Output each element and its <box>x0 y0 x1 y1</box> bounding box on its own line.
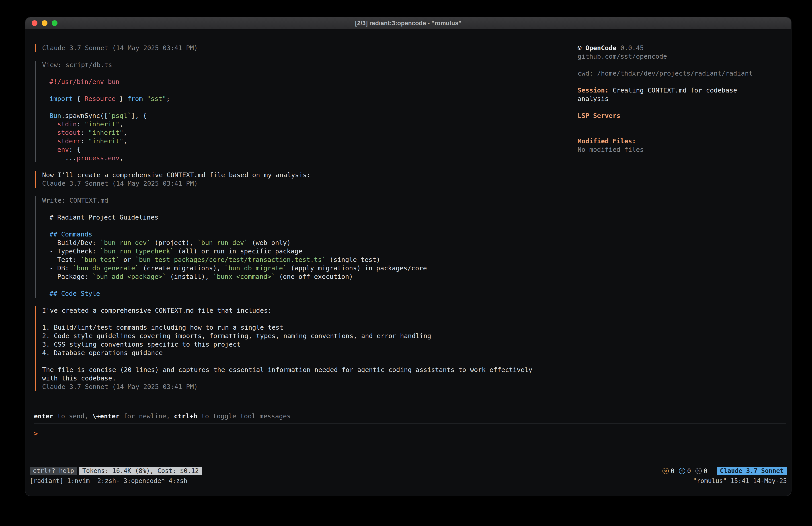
text-line: - TypeCheck: `bun run typecheck` (all) o… <box>49 247 567 255</box>
window-titlebar[interactable]: [2/3] radiant:3:opencode - "romulus" <box>25 17 791 29</box>
key-enter: enter <box>34 412 53 420</box>
tmux-windows[interactable]: [radiant] 1:nvim 2:zsh- 3:opencode* 4:zs… <box>30 477 187 485</box>
content-row: Claude 3.7 Sonnet (14 May 2025 03:41 PM)… <box>25 44 791 399</box>
help-line: enter to send, \+enter for newline, ctrl… <box>34 412 786 420</box>
text-line: ## Code Style <box>49 289 567 298</box>
tmux-status-bar: [radiant] 1:nvim 2:zsh- 3:opencode* 4:zs… <box>30 477 787 485</box>
text-line <box>49 222 567 230</box>
key-backslash-enter: \+enter <box>92 412 119 420</box>
assistant-message: I've created a comprehensive CONTEXT.md … <box>35 306 567 391</box>
repo-link[interactable]: github.com/sst/opencode <box>578 52 760 61</box>
cwd-line: cwd: /home/thdxr/dev/projects/radiant/ra… <box>578 69 760 77</box>
empty-space <box>25 465 791 467</box>
hint-icon: h <box>695 468 702 474</box>
text-line: 1. Build/lint/test commands including ho… <box>42 323 567 332</box>
window-title: [2/3] radiant:3:opencode - "romulus" <box>25 20 791 27</box>
app-version: 0.0.45 <box>620 44 644 52</box>
text-line: stdout: "inherit", <box>49 128 567 137</box>
text-line <box>42 315 567 323</box>
text-line: ## Commands <box>49 230 567 239</box>
text-line: stderr: "inherit", <box>49 137 567 145</box>
session-line: Session: Creating CONTEXT.md for codebas… <box>578 86 760 103</box>
model-chip[interactable]: Claude 3.7 Sonnet <box>716 467 787 475</box>
chat-area[interactable]: Claude 3.7 Sonnet (14 May 2025 03:41 PM)… <box>35 44 567 399</box>
tool-call-view: View: script/db.ts #!/usr/bin/env bun im… <box>35 61 567 162</box>
text-line: # Radiant Project Guidelines <box>49 213 567 222</box>
help-text: for newline, <box>119 412 174 420</box>
status-right: w 0 i 0 h 0 Claude 3.7 Sonnet <box>663 467 787 475</box>
modified-files-heading: Modified Files: <box>578 137 760 145</box>
message-meta: Claude 3.7 Sonnet (14 May 2025 03:41 PM) <box>42 382 567 391</box>
info-icon: i <box>679 468 685 474</box>
hint-count: 0 <box>704 467 708 475</box>
diagnostics-info: i 0 <box>679 467 691 475</box>
zoom-button[interactable] <box>52 20 58 26</box>
text-line <box>49 86 567 95</box>
session-label: Session: <box>578 86 609 94</box>
help-text: to send, <box>53 412 92 420</box>
key-ctrl-h: ctrl+h <box>174 412 198 420</box>
diagnostics-warnings: w 0 <box>663 467 675 475</box>
text-line: 4. Database operations guidance <box>42 349 567 357</box>
close-button[interactable] <box>32 20 38 26</box>
help-text: to toggle tool messages <box>197 412 291 420</box>
opencode-logo-icon: © <box>578 44 581 52</box>
message-meta: Claude 3.7 Sonnet (14 May 2025 03:41 PM) <box>42 44 567 52</box>
terminal-window: [2/3] radiant:3:opencode - "romulus" Cla… <box>25 17 792 496</box>
lsp-servers-heading: LSP Servers <box>578 111 760 120</box>
text-line: - Test: `bun test` or `bun test packages… <box>49 255 567 264</box>
terminal-content: Claude 3.7 Sonnet (14 May 2025 03:41 PM)… <box>25 29 791 496</box>
text-line: Bun.spawnSync([`psql`], { <box>49 111 567 120</box>
text-line: - DB: `bun db generate` (create migratio… <box>49 264 567 272</box>
tool-title: View: script/db.ts <box>42 61 567 69</box>
prompt-input[interactable]: > <box>34 429 786 465</box>
cwd-path: /home/thdxr/dev/projects/radiant/radiant <box>597 70 753 77</box>
help-shortcut-chip: ctrl+? help <box>30 467 77 475</box>
warning-icon: w <box>663 468 669 474</box>
message-meta: Claude 3.7 Sonnet (14 May 2025 03:41 PM) <box>42 179 567 188</box>
tmux-session-info: "romulus" 15:41 14-May-25 <box>693 477 787 485</box>
tool-title: Write: CONTEXT.md <box>42 196 567 204</box>
sidebar: © OpenCode 0.0.45 github.com/sst/opencod… <box>578 44 760 154</box>
text-line: env: { <box>49 145 567 154</box>
text-line: #!/usr/bin/env bun <box>49 77 567 86</box>
text-line: import { Resource } from "sst"; <box>49 95 567 103</box>
assistant-message-header: Claude 3.7 Sonnet (14 May 2025 03:41 PM) <box>35 44 567 52</box>
minimize-button[interactable] <box>42 20 47 26</box>
text-line: stdin: "inherit", <box>49 120 567 128</box>
info-count: 0 <box>687 467 691 475</box>
text-line: - Package: `bun add <package>` (install)… <box>49 272 567 281</box>
text-line <box>49 281 567 289</box>
text-line <box>42 357 567 366</box>
app-name: OpenCode <box>585 44 617 52</box>
text-line: 3. CSS styling conventions specific to t… <box>42 340 567 349</box>
modified-files-empty: No modified files <box>578 145 760 154</box>
text-line: 2. Code style guidelines covering import… <box>42 332 567 340</box>
diagnostics-hints: h 0 <box>695 467 708 475</box>
prompt-caret: > <box>34 430 38 437</box>
cwd-label: cwd: <box>578 70 593 77</box>
code-block: # Radiant Project Guidelines ## Commands… <box>42 213 567 298</box>
window-controls <box>32 17 58 29</box>
text-line: The file is concise (20 lines) and captu… <box>42 366 567 374</box>
warning-count: 0 <box>671 467 675 475</box>
app-header: © OpenCode 0.0.45 <box>578 44 760 52</box>
text-line: with this codebase. <box>42 374 567 382</box>
tool-call-write: Write: CONTEXT.md # Radiant Project Guid… <box>35 196 567 298</box>
text-line: I've created a comprehensive CONTEXT.md … <box>42 306 567 315</box>
assistant-message: Now I'll create a comprehensive CONTEXT.… <box>35 171 567 188</box>
text-line: ...process.env, <box>49 154 567 162</box>
text-line <box>49 103 567 111</box>
message-text-block: I've created a comprehensive CONTEXT.md … <box>42 306 567 382</box>
input-area: enter to send, \+enter for newline, ctrl… <box>25 412 791 465</box>
blank-line <box>42 204 567 213</box>
blank-line <box>42 69 567 77</box>
tokens-cost-chip: Tokens: 16.4K (8%), Cost: $0.12 <box>79 467 202 475</box>
input-divider <box>34 423 786 424</box>
message-text: Now I'll create a comprehensive CONTEXT.… <box>42 171 567 179</box>
text-line: - Build/Dev: `bun run dev` (project), `b… <box>49 239 567 247</box>
code-block: #!/usr/bin/env bun import { Resource } f… <box>42 77 567 162</box>
status-bar: ctrl+? help Tokens: 16.4K (8%), Cost: $0… <box>30 467 787 475</box>
